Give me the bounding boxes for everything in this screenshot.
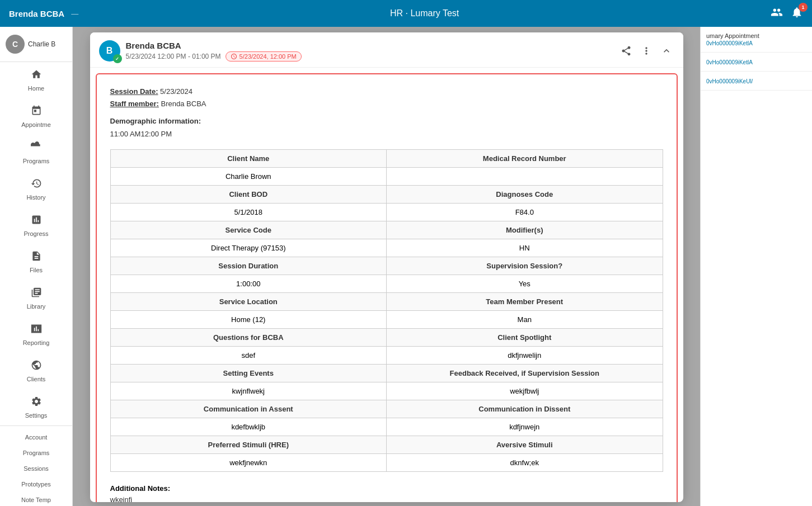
diagnoses-code-value: F84.0 (387, 204, 663, 221)
right-panel-item[interactable]: umary Appointment 0vHo000009iKetlA (701, 27, 812, 53)
programs-icon (31, 141, 42, 155)
service-code-value: Direct Therapy (97153) (110, 239, 387, 257)
settings-icon (31, 396, 42, 410)
comm-dissent-header: Communication in Dissent (387, 400, 663, 418)
notification-badge: 1 (799, 3, 808, 12)
table-row: Client BOD Diagnoses Code (110, 186, 663, 204)
mrn-value (387, 168, 663, 186)
questions-bcba-value: sdef (110, 347, 387, 365)
table-row: kdefbwkljb kdfjnwejn (110, 418, 663, 436)
session-note-modal: B ✓ Brenda BCBA 5/23/2024 12:00 PM - 01:… (90, 32, 683, 502)
modal-header-time: 5/23/2024 12:00 PM - 01:00 PM 5/23/2024,… (126, 51, 613, 62)
topbar-separator: — (71, 10, 78, 18)
setting-events-header: Setting Events (110, 365, 387, 382)
sidebar-section-note-temp[interactable]: Note Temp (0, 492, 72, 506)
aversive-stimuli-header: Aversive Stimuli (387, 436, 663, 454)
collapse-button[interactable] (659, 43, 674, 59)
client-name-header: Client Name (110, 150, 387, 168)
sidebar-item-label: History (26, 194, 45, 201)
sidebar-section-sessions[interactable]: Sessions (0, 461, 72, 476)
comm-dissent-value: kdfjnwejn (387, 418, 663, 436)
staff-member-value: Brenda BCBA (161, 100, 206, 108)
feedback-received-header: Feedback Received, if Supervision Sessio… (387, 365, 663, 382)
sidebar-item-library[interactable]: Library (0, 280, 72, 316)
avatar-status-badge: ✓ (113, 54, 122, 63)
additional-notes-value: wkeinfi (110, 495, 663, 502)
right-panel-item[interactable]: 0vHo000009iKeUl/ (701, 72, 812, 91)
more-options-button[interactable] (639, 43, 654, 59)
table-row: Service Location Team Member Present (110, 293, 663, 311)
sidebar-section-account[interactable]: Account (0, 429, 72, 445)
modal-avatar: B ✓ (99, 40, 120, 62)
mrn-header: Medical Record Number (387, 150, 663, 168)
modal-header: B ✓ Brenda BCBA 5/23/2024 12:00 PM - 01:… (90, 32, 683, 68)
sidebar-item-history[interactable]: History (0, 171, 72, 207)
sidebar-user: C Charlie B (0, 27, 72, 62)
table-row: Home (12) Man (110, 311, 663, 329)
reporting-icon (31, 323, 42, 337)
questions-bcba-header: Questions for BCBA (110, 329, 387, 347)
client-bod-header: Client BOD (110, 186, 387, 204)
sidebar-item-label: Appointme (21, 121, 51, 128)
session-info: Session Date: 5/23/2024 Staff member: Br… (110, 86, 663, 110)
session-date-label: Session Date: (110, 87, 158, 96)
modal-body: Session Date: 5/23/2024 Staff member: Br… (96, 73, 678, 502)
sidebar-section-programs[interactable]: Programs (0, 445, 72, 461)
session-duration-header: Session Duration (110, 257, 387, 275)
table-row: 1:00:00 Yes (110, 275, 663, 293)
preferred-stimuli-value: wekfjnewkn (110, 454, 387, 472)
modal-overlay: B ✓ Brenda BCBA 5/23/2024 12:00 PM - 01:… (73, 27, 700, 506)
avatar: C (6, 35, 25, 54)
table-row: sdef dkfjnwelijn (110, 347, 663, 365)
bell-icon[interactable]: 1 (791, 6, 803, 21)
rp-sub: 0vHo000009iKeUl/ (706, 78, 806, 84)
comm-assent-header: Communication in Assent (110, 400, 387, 418)
table-row: Service Code Modifier(s) (110, 221, 663, 239)
session-date-value: 5/23/2024 (160, 87, 193, 96)
time-range: 11:00 AM12:00 PM (110, 130, 663, 138)
topbar-title: HR · Lumary Test (85, 8, 764, 18)
service-location-value: Home (12) (110, 311, 387, 329)
library-icon (31, 287, 42, 301)
session-data-table: Client Name Medical Record Number Charli… (110, 149, 663, 472)
sidebar-item-settings[interactable]: Settings (0, 389, 72, 425)
clients-icon (31, 360, 42, 373)
service-location-header: Service Location (110, 293, 387, 311)
table-row: Charlie Brown (110, 168, 663, 186)
sidebar-item-label: Progress (24, 230, 48, 237)
table-row: 5/1/2018 F84.0 (110, 204, 663, 221)
modifiers-value: HN (387, 239, 663, 257)
team-member-header: Team Member Present (387, 293, 663, 311)
sidebar-item-label: Programs (23, 158, 50, 164)
comm-assent-value: kdefbwkljb (110, 418, 387, 436)
session-datetime: 5/23/2024 12:00 PM - 01:00 PM (126, 53, 221, 60)
sidebar-section-prototypes[interactable]: Prototypes (0, 476, 72, 492)
setting-events-value: kwjnflwekj (110, 382, 387, 400)
sidebar-item-clients[interactable]: Clients (0, 353, 72, 389)
share-button[interactable] (618, 43, 634, 59)
client-name-value: Charlie Brown (110, 168, 387, 186)
sidebar-item-files[interactable]: Files (0, 244, 72, 280)
sidebar-item-home[interactable]: Home (0, 62, 72, 98)
progress-icon (31, 214, 42, 228)
table-row: Client Name Medical Record Number (110, 150, 663, 168)
demographic-label: Demographic information: (110, 117, 663, 125)
service-code-header: Service Code (110, 221, 387, 239)
staff-member-label: Staff member: (110, 100, 159, 108)
right-panel-item[interactable]: 0vHo000009iKetlA (701, 53, 812, 72)
preferred-stimuli-header: Preferred Stimuli (HRE) (110, 436, 387, 454)
sidebar-item-programs[interactable]: Programs (0, 135, 72, 171)
topbar: Brenda BCBA — HR · Lumary Test 1 (0, 0, 812, 27)
rp-title: umary Appointment (706, 32, 806, 39)
sidebar-item-label: Files (30, 267, 43, 273)
user-name: Charlie B (28, 40, 55, 48)
sidebar-item-label: Home (28, 85, 44, 92)
sidebar-item-appointments[interactable]: Appointme (0, 98, 72, 135)
sidebar-item-reporting[interactable]: Reporting (0, 316, 72, 353)
modifiers-header: Modifier(s) (387, 221, 663, 239)
people-icon[interactable] (771, 6, 783, 21)
sidebar-item-progress[interactable]: Progress (0, 207, 72, 244)
table-row: kwjnflwekj wekjfbwlj (110, 382, 663, 400)
sidebar-item-label: Clients (27, 376, 46, 382)
table-row: Questions for BCBA Client Spotlight (110, 329, 663, 347)
